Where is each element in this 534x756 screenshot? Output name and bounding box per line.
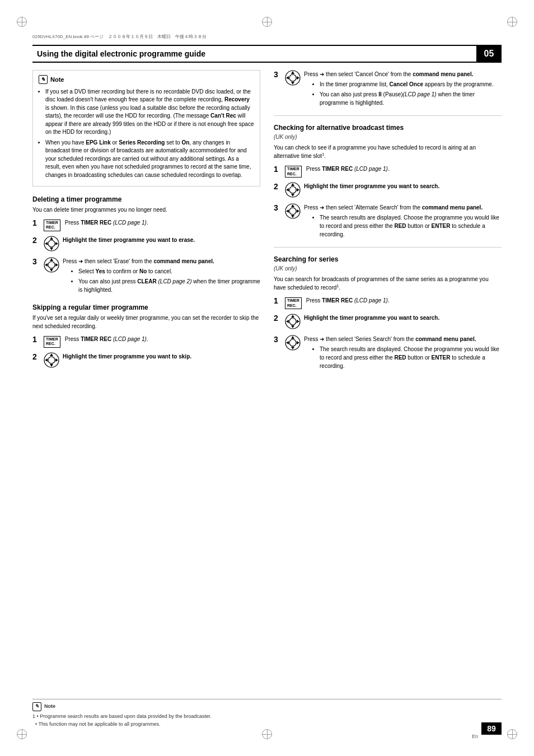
note-header: ✎ Note	[39, 75, 254, 85]
divider-1	[274, 115, 502, 116]
section-skip-desc: If you've set a regular daily or weekly …	[32, 314, 260, 330]
section-alt-title: Checking for alternative broadcast times	[274, 124, 502, 132]
section-series-desc: You can search for broadcasts of program…	[274, 275, 502, 292]
svg-marker-4	[45, 242, 48, 245]
main-note-box: ✎ Note If you set a DVD timer recording …	[32, 70, 260, 186]
svg-marker-20	[291, 71, 294, 74]
svg-marker-33	[291, 215, 294, 218]
file-path-bar: 025DVHLX70D_EN.book 89 ページ ２００８年１０月９日 木曜…	[32, 32, 502, 40]
timer-rec-icon-skip1: TIMERREC.	[44, 335, 62, 348]
timer-rec-icon-series1: TIMERREC.	[285, 296, 303, 309]
section-alt-subtitle: (UK only)	[274, 134, 502, 140]
svg-marker-17	[55, 358, 58, 362]
step-num: 2	[32, 352, 40, 362]
svg-point-31	[289, 208, 296, 214]
note-bullets: If you set a DVD timer recording but the…	[39, 88, 254, 180]
svg-marker-40	[286, 320, 289, 323]
series-step-2: 2 Highlight the timer programme you want…	[274, 314, 502, 330]
svg-marker-14	[50, 353, 53, 356]
skip-step-2-text: Highlight the timer programme you want t…	[63, 352, 260, 361]
note-label: Note	[50, 75, 64, 85]
svg-marker-26	[291, 183, 294, 186]
cancel-step-3: 3 Press ➜ then select 'Cancel Once' from…	[274, 70, 502, 109]
svg-marker-46	[286, 341, 289, 344]
corner-mark-br	[507, 729, 517, 739]
note-icon: ✎	[39, 75, 48, 84]
svg-marker-23	[297, 76, 299, 80]
svg-marker-29	[297, 188, 299, 192]
section-delete-title: Deleting a timer programme	[32, 195, 260, 203]
svg-marker-21	[291, 82, 294, 85]
step-num: 1	[32, 218, 40, 228]
nav-wheel-icon-alt3	[285, 203, 301, 220]
delete-step-1-text: Press TIMER REC (LCD page 1).	[65, 218, 260, 227]
svg-marker-38	[291, 315, 294, 318]
corner-mark-tm	[262, 17, 272, 27]
left-column: ✎ Note If you set a DVD timer recording …	[32, 70, 260, 717]
bottom-note-item-1: 1 • Programme search results are based u…	[32, 713, 502, 721]
svg-marker-35	[297, 209, 299, 213]
svg-marker-11	[55, 263, 58, 267]
note-bullet-1: If you set a DVD timer recording but the…	[45, 88, 254, 137]
delete-step-2: 2 Highlight the timer programme you want…	[32, 236, 260, 253]
chapter-title: Using the digital electronic programme g…	[32, 49, 205, 58]
nav-wheel-icon-cancel3	[285, 70, 301, 87]
nav-wheel-icon-2	[44, 236, 59, 253]
step-num: 2	[32, 236, 40, 245]
right-column: 3 Press ➜ then select 'Cancel Once' from…	[274, 70, 502, 717]
series-step-3-text: Press ➜ then select 'Series Search' from…	[304, 335, 502, 372]
step-num: 1	[274, 296, 282, 306]
alt-step-1-text: Press TIMER REC (LCD page 1).	[306, 165, 502, 173]
svg-marker-41	[297, 320, 299, 323]
alt-step-1: 1 TIMERREC. Press TIMER REC (LCD page 1)…	[274, 165, 502, 178]
svg-marker-16	[45, 358, 48, 362]
step-num: 2	[274, 314, 282, 323]
step-num: 1	[274, 165, 282, 174]
skip-step-2: 2 Highlight the timer programme you want…	[32, 352, 260, 369]
svg-point-25	[289, 186, 296, 193]
nav-wheel-icon-series2	[285, 314, 301, 330]
svg-marker-45	[291, 347, 294, 349]
svg-marker-15	[50, 364, 53, 367]
svg-marker-34	[286, 209, 289, 213]
delete-step-3-text: Press ➜ then select 'Erase' from the com…	[63, 257, 260, 296]
bottom-note-item-2: • This function may not be applicable to…	[32, 721, 502, 729]
step-num: 3	[274, 335, 282, 344]
svg-point-37	[289, 318, 296, 325]
corner-mark-bl	[17, 729, 27, 739]
nav-wheel-icon-alt2	[285, 182, 301, 199]
bottom-note: ✎ Note 1 • Programme search results are …	[32, 699, 502, 728]
skip-step-1: 1 TIMERREC. Press TIMER REC (LCD page 1)…	[32, 335, 260, 348]
section-series-subtitle: (UK only)	[274, 265, 502, 272]
svg-marker-32	[291, 204, 294, 207]
step-num: 3	[274, 203, 282, 213]
svg-marker-2	[50, 237, 53, 240]
bottom-note-label: Note	[44, 703, 55, 711]
svg-marker-22	[286, 76, 289, 80]
step-num: 1	[32, 335, 40, 344]
corner-mark-bm	[262, 729, 272, 739]
section-series-title: Searching for series	[274, 255, 502, 263]
svg-marker-9	[50, 269, 53, 272]
note-bullet-2: When you have EPG Link or Series Recordi…	[45, 139, 254, 180]
series-step-1-text: Press TIMER REC (LCD page 1).	[306, 296, 502, 305]
svg-point-19	[289, 74, 296, 81]
bottom-note-icon: ✎	[32, 702, 41, 711]
step-num: 3	[274, 70, 282, 80]
chapter-header: Using the digital electronic programme g…	[32, 45, 502, 63]
svg-marker-27	[291, 194, 294, 197]
nav-wheel-icon-3	[44, 257, 59, 274]
svg-point-1	[48, 240, 55, 247]
series-step-3: 3 Press ➜ then select 'Series Search' fr…	[274, 335, 502, 372]
svg-point-7	[48, 262, 55, 268]
content-area: ✎ Note If you set a DVD timer recording …	[32, 70, 502, 717]
svg-point-13	[48, 357, 55, 363]
cancel-step-3-text: Press ➜ then select 'Cancel Once' from t…	[304, 70, 502, 109]
delete-step-1: 1 TIMERREC. Press TIMER REC (LCD page 1)…	[32, 218, 260, 231]
chapter-number: 05	[476, 45, 502, 63]
series-step-2-text: Highlight the timer programme you want t…	[304, 314, 502, 322]
alt-step-2-text: Highlight the timer programme you want t…	[304, 182, 502, 190]
alt-step-2: 2 Highlight the timer programme you want…	[274, 182, 502, 199]
step-num: 3	[32, 257, 40, 267]
skip-step-1-text: Press TIMER REC (LCD page 1).	[65, 335, 260, 343]
